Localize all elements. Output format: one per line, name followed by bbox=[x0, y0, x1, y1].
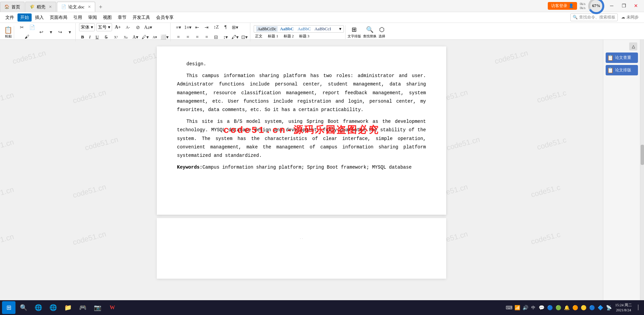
taskbar-photo[interactable]: 📷 bbox=[91, 301, 104, 314]
tray-icon3[interactable]: 🟢 bbox=[554, 304, 562, 311]
tray-icon6[interactable]: 🟡 bbox=[580, 304, 587, 311]
taskbar-browser2[interactable]: 🌐 bbox=[46, 301, 60, 314]
select-button[interactable]: ⬡ 选择 bbox=[379, 26, 385, 39]
keyboard-icon[interactable]: ⌨ bbox=[505, 304, 513, 311]
style-h2-label[interactable]: 标题 2 bbox=[282, 33, 295, 39]
style-normal-preview: AaBbCcDc bbox=[256, 26, 277, 32]
char-spacing-label: 文字排版 bbox=[348, 34, 361, 39]
indent-decrease-button[interactable]: ⇤ bbox=[193, 23, 202, 32]
taskbar: ⊞ 🔍 🌐 🌐 📁 🎮 📷 W ⌨ 📶 🔊 中 💬 🔵 🟢 🔔 🟠 🟡 🔵 🔷 … bbox=[0, 300, 644, 315]
taskbar-browser1[interactable]: 🌐 bbox=[32, 301, 45, 314]
tray-icon1[interactable]: 💬 bbox=[538, 304, 545, 311]
taskbar-wps[interactable]: W bbox=[106, 301, 119, 314]
tray-icon8[interactable]: 🔷 bbox=[597, 304, 604, 311]
clock[interactable]: 15:24 周二 2021/8/24 bbox=[613, 303, 634, 313]
font-decrease-button[interactable]: A- bbox=[123, 23, 132, 32]
taskbar-game[interactable]: 🎮 bbox=[76, 301, 90, 314]
styles-selector[interactable]: AaBbCcDc AaBbC AaBbC AaBbCcI ▾ bbox=[254, 25, 344, 33]
bold-button[interactable]: B bbox=[79, 34, 86, 40]
extra-para-button[interactable]: ⊞▾ bbox=[230, 23, 239, 32]
menu-view[interactable]: 视图 bbox=[100, 13, 114, 22]
style-normal-label[interactable]: 正文 bbox=[254, 33, 264, 39]
undo-button[interactable]: ↩ bbox=[37, 28, 46, 37]
italic-button[interactable]: I bbox=[87, 34, 93, 40]
tab-shell-close[interactable]: ✕ bbox=[49, 5, 52, 9]
scrollbar-thumb[interactable] bbox=[641, 145, 644, 165]
unordered-list-button[interactable]: ≡▾ bbox=[174, 23, 183, 32]
doc-page[interactable]: code51.cn-源码乐园盗图必究 design. This campus i… bbox=[157, 46, 446, 215]
clock-date: 2021/8/24 bbox=[616, 308, 631, 313]
underline-button[interactable]: U bbox=[94, 34, 101, 40]
network-icon[interactable]: 📶 bbox=[513, 304, 521, 311]
close-button[interactable]: ✕ bbox=[631, 1, 641, 11]
style-h1-preview: AaBbC bbox=[279, 26, 295, 32]
tab-doc[interactable]: 📄 论文.doc ✕ bbox=[57, 2, 95, 12]
undo-dropdown[interactable]: ▾ bbox=[46, 28, 55, 37]
menu-file[interactable]: 文件 bbox=[3, 13, 17, 22]
indent-increase-button[interactable]: ⇥ bbox=[202, 23, 211, 32]
font-controls: 宋体 ▾ 五号 ▾ A+ A- ⊘ Aa▾ B I U S̶ X² X₂ A▾ bbox=[79, 23, 169, 41]
find-replace-button[interactable]: 🔍 查找替换 bbox=[363, 26, 377, 39]
tray-icon2[interactable]: 🔵 bbox=[546, 304, 553, 311]
redo-button[interactable]: ↪ bbox=[56, 28, 65, 37]
search-icon: 🔍 bbox=[573, 15, 578, 20]
shell-icon: 🌾 bbox=[30, 4, 35, 9]
paste-group: 📋 粘贴 bbox=[3, 26, 14, 39]
clear-format-button[interactable]: ⊘ bbox=[134, 23, 142, 32]
show-marks-button[interactable]: ¶ bbox=[221, 23, 230, 32]
menu-search-box[interactable]: 🔍 查找命令、搜索模板 bbox=[570, 13, 618, 21]
taskbar-search[interactable]: 🔍 bbox=[17, 301, 30, 314]
restore-button[interactable]: ❐ bbox=[619, 1, 629, 11]
font-increase-button[interactable]: A+ bbox=[113, 23, 122, 32]
char-spacing-button[interactable]: ⊞ 文字排版 bbox=[348, 26, 361, 39]
menu-layout[interactable]: 页面布局 bbox=[47, 13, 70, 22]
font-name-select[interactable]: 宋体 ▾ bbox=[79, 23, 95, 31]
paste-button[interactable]: 📋 粘贴 bbox=[4, 26, 12, 39]
typeset-button[interactable]: 📋 论文排版 bbox=[606, 65, 638, 75]
cut-button[interactable]: ✂ bbox=[17, 23, 26, 32]
tab-doc-close[interactable]: ✕ bbox=[88, 5, 91, 9]
volume-icon[interactable]: 🔊 bbox=[522, 304, 529, 311]
show-desktop-button[interactable]: │ bbox=[635, 304, 642, 311]
sync-button[interactable]: ☁ 未同步 bbox=[618, 13, 641, 21]
font-size-select[interactable]: 五号 ▾ bbox=[96, 23, 112, 31]
tab-doc-label: 论文.doc bbox=[68, 4, 84, 10]
menu-reference[interactable]: 引用 bbox=[71, 13, 85, 22]
visitor-login-button[interactable]: 访客登录 👤 bbox=[548, 2, 577, 10]
ime-icon[interactable]: 中 bbox=[530, 304, 537, 311]
copy-button[interactable]: 📄 bbox=[28, 23, 36, 32]
paste-icon: 📋 bbox=[4, 26, 12, 34]
tab-shell[interactable]: 🌾 稻壳 ✕ bbox=[25, 2, 56, 12]
styles-group: AaBbCcDc AaBbC AaBbC AaBbCcI ▾ 正文 标题 1 标… bbox=[252, 25, 345, 39]
sort-button[interactable]: ↕Z bbox=[212, 23, 220, 32]
taskbar-explorer[interactable]: 📁 bbox=[61, 301, 75, 314]
menu-start[interactable]: 开始 bbox=[17, 13, 32, 22]
plagiarism-check-button[interactable]: 📋 论文查重 bbox=[606, 53, 638, 63]
menu-dev[interactable]: 开发工具 bbox=[130, 13, 153, 22]
scrollbar-right[interactable] bbox=[640, 40, 644, 302]
ordered-list-button[interactable]: 1≡▾ bbox=[183, 23, 192, 32]
tab-home[interactable]: 🏠 首页 bbox=[0, 2, 25, 12]
style-h2-preview: AaBbC bbox=[296, 26, 312, 32]
style-h1-label[interactable]: 标题 1 bbox=[266, 33, 279, 39]
menu-insert[interactable]: 插入 bbox=[32, 13, 46, 22]
minimize-button[interactable]: ─ bbox=[607, 1, 616, 11]
menu-vip[interactable]: 会员专享 bbox=[153, 13, 176, 22]
tray-icon7[interactable]: 🔵 bbox=[588, 304, 596, 311]
start-button[interactable]: ⊞ bbox=[2, 301, 15, 314]
redo-dropdown[interactable]: ▾ bbox=[65, 28, 74, 37]
font-transform-button[interactable]: Aa▾ bbox=[144, 23, 152, 32]
wm7: code51.cn bbox=[72, 88, 107, 105]
menu-chapter[interactable]: 章节 bbox=[115, 13, 129, 22]
wifi-icon[interactable]: 📡 bbox=[605, 304, 612, 311]
tray-icon5[interactable]: 🟠 bbox=[571, 304, 579, 311]
tab-shell-label: 稻壳 bbox=[37, 4, 45, 10]
wm17: code51.c bbox=[536, 136, 567, 152]
sidebar-scroll-up-button[interactable]: △ bbox=[629, 42, 637, 50]
menu-review[interactable]: 审阅 bbox=[85, 13, 100, 22]
style-h3-label[interactable]: 标题 3 bbox=[298, 33, 311, 39]
tray-icon4[interactable]: 🔔 bbox=[563, 304, 570, 311]
add-tab-button[interactable]: + bbox=[96, 2, 105, 12]
typeset-icon: 📋 bbox=[607, 67, 614, 73]
paste-label: 粘贴 bbox=[5, 34, 12, 39]
